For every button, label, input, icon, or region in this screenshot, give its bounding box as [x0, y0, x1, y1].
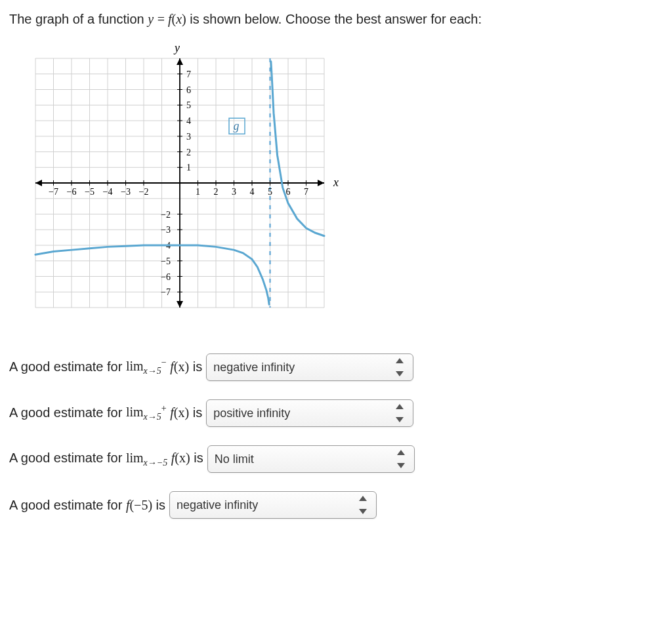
intro-pre: The graph of a function — [9, 12, 148, 26]
svg-marker-39 — [177, 301, 183, 308]
y-tick-label: 7 — [186, 70, 191, 79]
svg-marker-36 — [318, 180, 324, 186]
question-intro: The graph of a function y = f(x) is show… — [9, 12, 663, 27]
x-axis-label: x — [333, 176, 339, 189]
svg-marker-74 — [359, 509, 367, 514]
intro-post: is shown below. Choose the best answer f… — [190, 12, 482, 26]
answer-value: negative infinity — [213, 361, 295, 374]
intro-close: ) — [182, 12, 186, 26]
question-row-1: A good estimate for limx→5+ f(x) is posi… — [9, 399, 663, 427]
x-tick-label: 2 — [214, 187, 219, 197]
svg-marker-38 — [177, 58, 183, 65]
x-tick-label: −3 — [121, 187, 131, 197]
svg-marker-71 — [397, 450, 405, 455]
y-tick-label: −5 — [161, 256, 171, 266]
x-tick-label: 4 — [250, 187, 255, 197]
curve-label: g — [234, 119, 240, 132]
stepper-icon — [396, 404, 409, 422]
svg-marker-37 — [35, 180, 42, 186]
stepper-icon — [359, 496, 372, 514]
answer-select-1[interactable]: positive infinity — [206, 399, 413, 427]
y-tick-label: 3 — [186, 132, 191, 142]
x-tick-label: 6 — [286, 187, 291, 197]
question-row-3: A good estimate for f(−5) is negative in… — [9, 491, 663, 519]
intro-y: y — [148, 12, 154, 26]
question-row-0: A good estimate for limx→5− f(x) is nega… — [9, 353, 663, 381]
x-tick-label: 3 — [232, 187, 236, 197]
y-tick-label: 6 — [186, 85, 191, 95]
answer-value: No limit — [215, 452, 254, 466]
svg-marker-73 — [359, 496, 367, 501]
y-tick-label: −7 — [161, 287, 171, 297]
x-tick-label: −7 — [49, 187, 58, 197]
y-axis-label: y — [173, 41, 180, 54]
intro-x: x — [176, 12, 182, 26]
x-tick-label: 5 — [268, 187, 272, 197]
y-tick-label: 5 — [186, 100, 191, 110]
x-tick-label: −4 — [103, 187, 113, 197]
y-tick-label: 2 — [186, 148, 191, 157]
answer-value: negative infinity — [177, 498, 258, 512]
svg-marker-72 — [397, 463, 405, 468]
y-tick-label: −2 — [161, 210, 171, 220]
x-tick-label: −5 — [85, 187, 94, 197]
y-tick-label: 1 — [186, 163, 191, 172]
y-tick-label: −3 — [161, 225, 171, 235]
answer-select-3[interactable]: negative infinity — [169, 491, 377, 519]
x-tick-label: 1 — [196, 187, 200, 197]
question-text: A good estimate for f(−5) is — [9, 498, 165, 513]
stepper-icon — [396, 358, 409, 376]
stepper-icon — [397, 450, 410, 468]
svg-marker-67 — [396, 358, 404, 363]
curve-g_right — [271, 62, 324, 236]
x-tick-label: −2 — [139, 187, 149, 197]
intro-eq: = — [158, 12, 168, 26]
svg-marker-70 — [396, 417, 404, 422]
question-text: A good estimate for limx→−5 f(x) is — [9, 451, 203, 468]
question-text: A good estimate for limx→5+ f(x) is — [9, 404, 202, 423]
y-tick-label: −6 — [161, 272, 171, 282]
function-graph: −7−6−5−4−3−21234567−7−6−5−4−3−21234567xy… — [9, 39, 350, 327]
x-tick-label: 7 — [304, 187, 308, 197]
question-row-2: A good estimate for limx→−5 f(x) is No l… — [9, 445, 663, 473]
question-text: A good estimate for limx→5− f(x) is — [9, 358, 202, 377]
answer-select-0[interactable]: negative infinity — [206, 353, 413, 381]
answer-value: positive infinity — [213, 407, 290, 420]
y-tick-label: 4 — [186, 116, 191, 126]
svg-marker-69 — [396, 404, 404, 409]
x-tick-label: −6 — [67, 187, 77, 197]
svg-marker-68 — [396, 371, 404, 376]
answer-select-2[interactable]: No limit — [207, 445, 415, 473]
